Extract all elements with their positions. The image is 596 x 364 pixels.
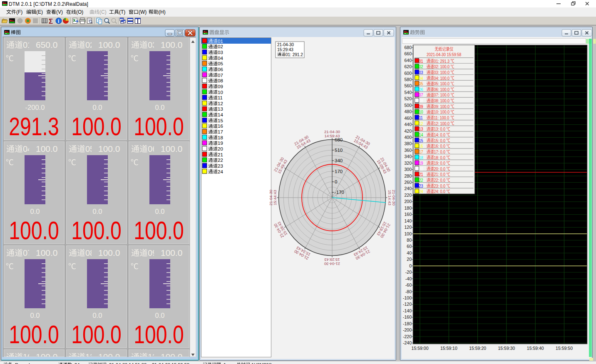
- svg-text:06: 100.0: 06: 100.0: [434, 87, 450, 92]
- svg-text:04: 04: [218, 56, 223, 61]
- svg-text:10: 100.0: 10: 100.0: [434, 109, 450, 114]
- svg-text:22: 0.0: 22: 0.0: [434, 178, 446, 183]
- svg-text:100.0: 100.0: [9, 320, 59, 349]
- svg-text:100.0: 100.0: [161, 40, 183, 50]
- svg-text:07: 100.0: 07: 100.0: [434, 92, 450, 97]
- svg-text:200: 200: [405, 199, 412, 204]
- svg-text:140: 140: [405, 218, 412, 223]
- svg-text:15:44:43: 15:44:43: [273, 190, 277, 206]
- svg-text:18: 18: [218, 135, 223, 140]
- svg-text:15: 0.0: 15: 0.0: [434, 138, 446, 143]
- svg-text:08: 08: [218, 78, 223, 83]
- svg-text:-220: -220: [403, 334, 412, 339]
- svg-text:23: 23: [419, 183, 423, 188]
- svg-text:100.0: 100.0: [71, 216, 122, 245]
- svg-text:100.0: 100.0: [134, 112, 184, 141]
- svg-text:15:59:30: 15:59:30: [498, 346, 515, 351]
- svg-text:291.3: 291.3: [9, 112, 59, 141]
- svg-text:15:59:50: 15:59:50: [556, 346, 573, 351]
- svg-text:16: 16: [419, 144, 423, 149]
- svg-text:640: 640: [405, 58, 412, 63]
- svg-text:660: 660: [405, 51, 412, 56]
- svg-text:01: 01: [23, 40, 32, 50]
- svg-text:03: 03: [148, 40, 157, 50]
- svg-text:40: 40: [407, 250, 412, 255]
- svg-text:100.0: 100.0: [98, 40, 120, 50]
- svg-text:04: 04: [419, 75, 423, 80]
- svg-text:15:59:20: 15:59:20: [469, 346, 486, 351]
- svg-text:05: 05: [85, 144, 94, 154]
- svg-text:0: 0: [335, 179, 337, 184]
- svg-text:: 24: : 24: [72, 362, 79, 364]
- svg-text:100.0: 100.0: [134, 320, 184, 349]
- svg-text:500: 500: [405, 103, 412, 108]
- svg-text:06: 06: [419, 87, 423, 92]
- svg-text:220: 220: [405, 193, 412, 198]
- svg-text:08: 08: [85, 248, 94, 258]
- svg-text:-140: -140: [403, 308, 412, 313]
- svg-text:21: 21: [218, 152, 223, 157]
- svg-text:12: 12: [419, 121, 423, 126]
- svg-text:09: 09: [148, 248, 157, 258]
- svg-text:360: 360: [405, 148, 412, 153]
- svg-text:-170: -170: [335, 190, 344, 195]
- svg-text:15:59:40: 15:59:40: [527, 346, 544, 351]
- svg-text:510: 510: [335, 148, 343, 153]
- svg-text:14:59:43: 14:59:43: [325, 134, 340, 138]
- svg-text:21-04-30 15:59:58: 21-04-30 15:59:58: [152, 362, 189, 364]
- svg-text:300: 300: [405, 167, 412, 172]
- svg-text:15:14:43: 15:14:43: [387, 190, 392, 206]
- svg-text:19: 19: [218, 141, 223, 146]
- svg-text:03: 100.0: 03: 100.0: [434, 70, 450, 75]
- svg-text:680: 680: [405, 45, 412, 50]
- svg-text:01: 291.2: 01: 291.2: [286, 52, 303, 57]
- svg-text:08: 08: [419, 98, 423, 103]
- svg-text:02: 100.0: 02: 100.0: [434, 64, 450, 69]
- svg-text:160: 160: [405, 212, 412, 217]
- svg-text:04: 04: [23, 144, 32, 154]
- svg-text:21-04-30: 21-04-30: [277, 42, 294, 47]
- svg-text:(H): (H): [159, 9, 166, 15]
- svg-text:11: 11: [218, 95, 223, 100]
- svg-text:240: 240: [405, 186, 412, 191]
- svg-text:-180: -180: [403, 321, 412, 326]
- svg-text:560: 560: [405, 83, 412, 88]
- svg-text:01: 01: [218, 39, 223, 44]
- svg-text:60: 60: [407, 244, 412, 249]
- svg-text:21: 21: [419, 172, 423, 177]
- svg-text:16: 16: [218, 124, 223, 129]
- svg-text:100.0: 100.0: [9, 216, 59, 245]
- svg-text:-200.0: -200.0: [25, 104, 45, 111]
- svg-text:14: 14: [218, 112, 223, 117]
- svg-text:05: 05: [218, 61, 223, 66]
- svg-text:22: 22: [218, 158, 223, 163]
- svg-text:100.0: 100.0: [161, 248, 183, 258]
- svg-text:14: 0.0: 14: 0.0: [434, 132, 446, 137]
- svg-text:-60: -60: [405, 282, 412, 287]
- svg-text:100.0: 100.0: [98, 248, 120, 258]
- svg-text:100.0: 100.0: [161, 144, 183, 154]
- svg-text:07: 07: [23, 248, 32, 258]
- svg-text:15:59:00: 15:59:00: [412, 346, 429, 351]
- svg-text:08: 100.0: 08: 100.0: [434, 98, 450, 103]
- svg-text:-80: -80: [405, 289, 412, 294]
- svg-text:20: 20: [407, 257, 412, 262]
- svg-text:0.0: 0.0: [93, 312, 102, 319]
- svg-text:11: 11: [419, 115, 423, 120]
- svg-text:0: 0: [409, 263, 412, 268]
- svg-text:02: 02: [85, 40, 94, 50]
- svg-text:0.0: 0.0: [155, 104, 165, 111]
- svg-text:13: 13: [218, 106, 223, 111]
- svg-text:-200: -200: [403, 327, 412, 332]
- svg-text:80: 80: [407, 238, 412, 243]
- svg-text:170: 170: [335, 169, 343, 174]
- svg-text:-100: -100: [403, 295, 412, 300]
- svg-text:: 1: : 1: [221, 362, 226, 364]
- svg-text:17: 17: [218, 129, 223, 134]
- svg-text:24: 24: [218, 169, 223, 174]
- svg-text:-160: -160: [403, 314, 412, 319]
- svg-text:13: 13: [419, 126, 423, 131]
- svg-text:-40: -40: [405, 276, 412, 281]
- svg-text:650.0: 650.0: [36, 40, 58, 50]
- svg-text:100: 100: [405, 231, 412, 236]
